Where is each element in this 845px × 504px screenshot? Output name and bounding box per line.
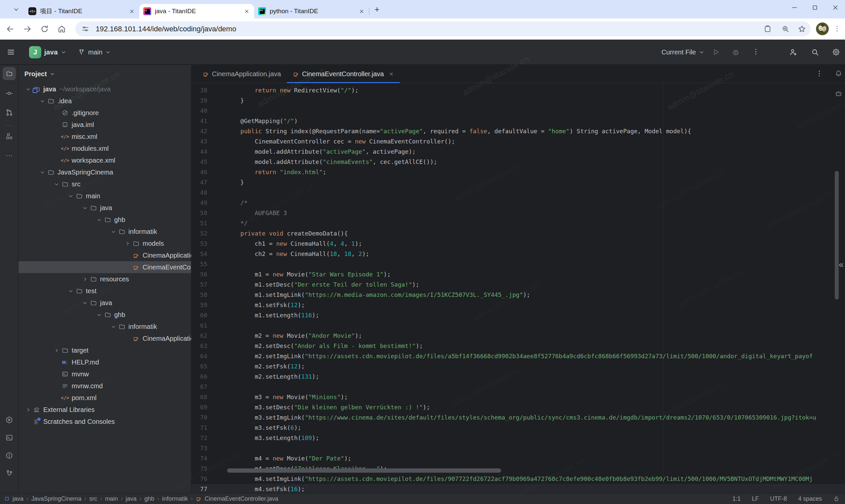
forward-icon[interactable]	[23, 25, 32, 33]
tree-item-main[interactable]: main	[18, 190, 191, 202]
status-caret-position[interactable]: 1:1	[733, 496, 741, 502]
activity-git-icon[interactable]	[3, 467, 16, 480]
code-text[interactable]: public String index(@RequestParam(name="…	[226, 126, 691, 136]
chevron-down-icon[interactable]	[66, 194, 75, 199]
code-text[interactable]: ch1 = new CinemaHall(4, 4, 1);	[226, 238, 362, 249]
close-tab-icon[interactable]	[244, 8, 249, 14]
line-number[interactable]: 63	[191, 341, 226, 351]
line-number[interactable]: 49	[191, 198, 226, 208]
tree-item-java.iml[interactable]: java.iml	[18, 119, 191, 131]
code-text[interactable]: @GetMapping("/")	[226, 116, 298, 126]
line-number[interactable]: 61	[191, 320, 226, 330]
line-number[interactable]: 55	[191, 259, 226, 269]
line-number[interactable]: 45	[191, 157, 226, 167]
line-number[interactable]: 66	[191, 372, 226, 382]
new-tab-button[interactable]: +	[372, 4, 382, 15]
line-number[interactable]: 46	[191, 167, 226, 177]
browser-tab[interactable]: <t>项目 - TitanIDE	[24, 4, 139, 18]
more-actions-icon[interactable]	[752, 48, 760, 56]
editor-tab[interactable]: CinemaEventController.java	[287, 65, 400, 83]
editor-more-icon[interactable]	[815, 70, 823, 77]
tree-item-informatik[interactable]: informatik	[18, 321, 191, 332]
code-text[interactable]: model.addAttribute("cinemaEvents", cec.g…	[226, 157, 437, 167]
home-icon[interactable]	[57, 25, 66, 33]
line-number[interactable]: 42	[191, 126, 226, 136]
tree-item-help.md[interactable]: M↓HELP.md	[18, 356, 191, 368]
code-text[interactable]: m2.setLength(131);	[226, 372, 319, 382]
bookmark-star-icon[interactable]	[798, 25, 806, 33]
line-number[interactable]: 39	[191, 95, 226, 106]
line-number[interactable]: 44	[191, 146, 226, 157]
line-number[interactable]: 58	[191, 290, 226, 300]
chevron-right-icon[interactable]	[81, 277, 89, 282]
breadcrumb-item[interactable]: JavaSpringCinema	[31, 496, 82, 502]
chevron-down-icon[interactable]	[38, 98, 47, 104]
line-number[interactable]: 57	[191, 280, 226, 290]
status-line-separator[interactable]: LF	[752, 496, 759, 502]
line-number[interactable]: 73	[191, 443, 226, 453]
chevron-down-icon[interactable]	[109, 229, 118, 234]
breadcrumb-item[interactable]: informatik	[162, 496, 188, 502]
code-text[interactable]: m1.setImgLink("https://m.media-amazon.co…	[226, 290, 530, 300]
tree-item-workspace.xml[interactable]: </>workspace.xml	[18, 155, 191, 166]
line-number[interactable]: 75	[191, 464, 226, 474]
line-number[interactable]: 51	[191, 218, 226, 228]
line-number[interactable]: 68	[191, 392, 226, 402]
code-text[interactable]: return "index.html";	[226, 167, 326, 177]
activity-structure-icon[interactable]	[3, 130, 16, 143]
line-number[interactable]: 54	[191, 249, 226, 259]
address-bar[interactable]: 192.168.101.144/ide/web/coding/java/demo	[75, 21, 811, 36]
horizontal-scrollbar[interactable]	[227, 468, 501, 473]
chevron-right-icon[interactable]	[123, 241, 132, 246]
tree-item-models[interactable]: models	[18, 237, 191, 249]
tree-item-cinemaapplicationtests.java[interactable]: CinemaApplicationTests.java	[18, 332, 191, 344]
tree-item-cinemaapplication.java[interactable]: CinemaApplication.java	[18, 249, 191, 261]
chevron-down-icon[interactable]	[38, 170, 47, 175]
close-tab-icon[interactable]	[129, 8, 135, 14]
line-number[interactable]: 71	[191, 422, 226, 433]
tree-item-modules.xml[interactable]: </>modules.xml	[18, 143, 191, 155]
lock-open-icon[interactable]	[833, 496, 840, 502]
close-editor-tab-icon[interactable]	[389, 72, 394, 76]
close-tab-icon[interactable]	[359, 8, 365, 14]
activity-pull-requests-icon[interactable]	[3, 106, 16, 119]
breadcrumb-item[interactable]: src	[89, 496, 97, 502]
line-number[interactable]: 56	[191, 269, 226, 280]
tree-item-java[interactable]: java~/workspace/java	[18, 83, 191, 95]
code-text[interactable]: m3.setDesc("Die kleinen gelben Verrückte…	[226, 402, 430, 412]
code-text[interactable]: model.addAttribute("activePage", activeP…	[226, 146, 416, 157]
chevron-down-icon[interactable]	[66, 289, 75, 293]
search-icon[interactable]	[811, 48, 819, 56]
chevron-down-icon[interactable]	[95, 217, 103, 222]
profile-avatar[interactable]	[816, 22, 829, 35]
url-text[interactable]: 192.168.101.144/ide/web/coding/java/demo	[96, 21, 236, 36]
chevron-down-icon[interactable]	[81, 205, 89, 211]
tree-item-misc.xml[interactable]: </>misc.xml	[18, 131, 191, 143]
project-selector[interactable]: J java	[29, 40, 66, 65]
activity-terminal-icon[interactable]	[3, 431, 16, 444]
reload-icon[interactable]	[40, 25, 49, 33]
tree-item-ghb[interactable]: ghb	[18, 309, 191, 321]
code-text[interactable]: m2.setFsk(12);	[226, 361, 305, 372]
maximize-window-icon[interactable]	[811, 4, 818, 11]
line-number[interactable]: 69	[191, 402, 226, 412]
code-text[interactable]: m2.setDesc("Andor als Film - kommt besti…	[226, 341, 423, 351]
browser-menu-icon[interactable]	[833, 25, 841, 33]
tree-item-test[interactable]: test	[18, 285, 191, 297]
code-text[interactable]: m4.setImgLink("https://assets.cdn.moviep…	[226, 474, 813, 484]
tree-item-mvnw[interactable]: mvnw	[18, 368, 191, 380]
debug-button[interactable]	[732, 48, 740, 56]
run-config-selector[interactable]: Current File	[662, 40, 704, 65]
activity-project-icon[interactable]	[3, 67, 16, 80]
tree-item-pom.xml[interactable]: </>pom.xml	[18, 392, 191, 404]
code-text[interactable]: m3 = new Movie("Minions");	[226, 392, 348, 402]
tree-item-informatik[interactable]: informatik	[18, 226, 191, 237]
activity-more-icon[interactable]	[3, 149, 16, 162]
tree-item-src[interactable]: src	[18, 178, 191, 190]
line-number[interactable]: 47	[191, 177, 226, 187]
code-text[interactable]: return new RedirectView("/");	[226, 85, 358, 95]
tree-item-external-libraries[interactable]: External Libraries	[18, 404, 191, 416]
code-text[interactable]: m3.setLength(109);	[226, 433, 319, 443]
line-number[interactable]: 41	[191, 116, 226, 126]
project-panel-header[interactable]: Project	[18, 65, 191, 83]
